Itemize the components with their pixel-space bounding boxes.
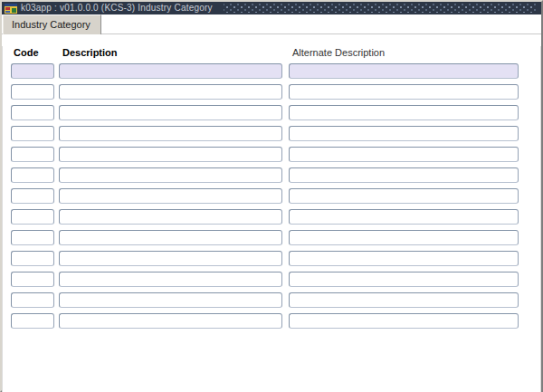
tab-bar: Industry Category	[2, 14, 541, 34]
description-field[interactable]	[59, 230, 282, 245]
titlebar-texture	[224, 4, 537, 13]
alternate-description-field[interactable]	[289, 63, 519, 79]
column-headers: Code Description Alternate Description	[3, 46, 540, 59]
alternate-description-field[interactable]	[289, 147, 519, 162]
alternate-description-field[interactable]	[289, 292, 519, 308]
description-field[interactable]	[59, 272, 282, 287]
record-row	[3, 105, 540, 120]
record-row	[3, 84, 540, 100]
code-field[interactable]	[11, 167, 54, 183]
alternate-description-field[interactable]	[289, 209, 519, 225]
record-row	[3, 147, 540, 162]
alternate-description-field[interactable]	[289, 105, 519, 120]
record-row	[3, 167, 540, 183]
window-title: k03app : v01.0.0.0 (KCS-3) Industry Cate…	[21, 2, 213, 14]
record-row	[3, 230, 540, 245]
code-field[interactable]	[11, 230, 54, 245]
tab-industry-category[interactable]: Industry Category	[3, 14, 101, 34]
record-row	[3, 251, 540, 266]
code-field[interactable]	[11, 292, 54, 308]
form-canvas: Code Description Alternate Description	[2, 46, 541, 392]
description-field[interactable]	[59, 84, 282, 100]
code-field[interactable]	[11, 251, 54, 266]
record-row	[3, 126, 540, 141]
alternate-description-field[interactable]	[289, 272, 519, 287]
code-field[interactable]	[11, 188, 54, 204]
record-row	[3, 313, 540, 329]
code-field[interactable]	[11, 63, 54, 79]
description-field[interactable]	[59, 105, 282, 120]
alternate-description-field[interactable]	[289, 251, 519, 266]
alternate-description-field[interactable]	[289, 188, 519, 204]
alternate-description-field[interactable]	[289, 230, 519, 245]
description-field[interactable]	[59, 63, 282, 79]
alternate-description-field[interactable]	[289, 313, 519, 329]
code-field[interactable]	[11, 84, 54, 100]
code-field[interactable]	[11, 126, 54, 141]
record-rows	[3, 63, 540, 329]
record-row	[3, 292, 540, 308]
alternate-description-field[interactable]	[289, 126, 519, 141]
description-field[interactable]	[59, 126, 282, 141]
window-titlebar[interactable]: k03app : v01.0.0.0 (KCS-3) Industry Cate…	[2, 2, 541, 14]
code-field[interactable]	[11, 209, 54, 225]
forms-app-icon	[5, 4, 17, 14]
code-field[interactable]	[11, 147, 54, 162]
code-field[interactable]	[11, 313, 54, 329]
record-row	[3, 188, 540, 204]
record-row	[3, 63, 540, 79]
description-column-header: Description	[62, 46, 292, 59]
record-row	[3, 272, 540, 287]
description-field[interactable]	[59, 251, 282, 266]
description-field[interactable]	[59, 313, 282, 329]
code-column-header: Code	[14, 46, 62, 59]
code-field[interactable]	[11, 272, 54, 287]
description-field[interactable]	[59, 147, 282, 162]
description-field[interactable]	[59, 209, 282, 225]
code-field[interactable]	[11, 105, 54, 120]
description-field[interactable]	[59, 292, 282, 308]
alternate-description-field[interactable]	[289, 84, 519, 100]
alternate-description-column-header: Alternate Description	[292, 46, 385, 59]
record-row	[3, 209, 540, 225]
app-window: k03app : v01.0.0.0 (KCS-3) Industry Cate…	[0, 0, 543, 392]
description-field[interactable]	[59, 167, 282, 183]
alternate-description-field[interactable]	[289, 167, 519, 183]
description-field[interactable]	[59, 188, 282, 204]
